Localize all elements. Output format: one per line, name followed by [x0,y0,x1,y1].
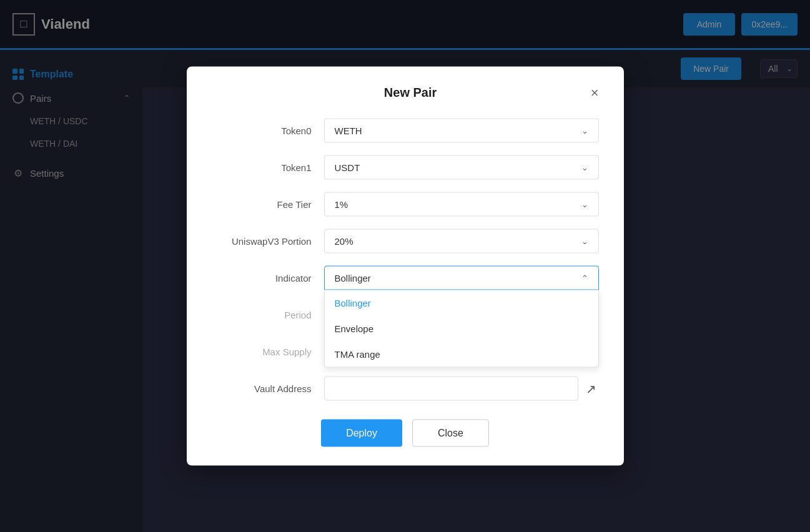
vault-address-row: Vault Address ↗ [212,377,599,401]
close-button[interactable]: Close [412,420,489,447]
modal-header: New Pair × [212,86,599,100]
fee-tier-control: 1% ⌄ [324,192,599,217]
token1-value: USDT [335,162,360,173]
indicator-value: Bollinger [335,273,371,283]
vault-row: ↗ [324,377,599,401]
vault-address-control: ↗ [324,377,599,401]
uniswap-value: 20% [335,236,353,247]
indicator-option-bollinger[interactable]: Bollinger [325,290,598,316]
modal-footer: Deploy Close [212,420,599,447]
fee-tier-select[interactable]: 1% ⌄ [324,192,599,217]
uniswap-control: 20% ⌄ [324,229,599,254]
token1-row: Token1 USDT ⌄ [212,155,599,180]
fee-tier-row: Fee Tier 1% ⌄ [212,192,599,217]
period-label: Period [212,310,324,320]
token1-chevron-icon: ⌄ [581,163,588,172]
modal-title: New Pair [230,86,591,100]
indicator-option-tma-range[interactable]: TMA range [325,342,598,367]
indicator-control: Bollinger ⌃ Bollinger Envelope TMA range [324,266,599,290]
indicator-row: Indicator Bollinger ⌃ Bollinger Envelope… [212,266,599,290]
indicator-chevron-up-icon: ⌃ [581,273,588,283]
uniswap-chevron-icon: ⌄ [581,237,588,246]
token0-label: Token0 [212,126,324,136]
indicator-option-envelope[interactable]: Envelope [325,316,598,342]
fee-tier-label: Fee Tier [212,199,324,210]
fee-tier-chevron-icon: ⌄ [581,200,588,209]
vault-address-input[interactable] [324,377,578,401]
new-pair-modal: New Pair × Token0 WETH ⌄ Token1 USDT ⌄ F… [187,67,624,466]
indicator-dropdown: Bollinger Envelope TMA range [324,290,599,368]
token0-chevron-icon: ⌄ [581,126,588,135]
token1-label: Token1 [212,162,324,173]
indicator-label: Indicator [212,273,324,283]
modal-close-button[interactable]: × [591,86,599,99]
token1-control: USDT ⌄ [324,155,599,180]
max-supply-label: Max Supply [212,347,324,357]
token1-select[interactable]: USDT ⌄ [324,155,599,180]
vault-address-label: Vault Address [212,383,324,394]
uniswap-label: UniswapV3 Portion [212,236,324,247]
token0-value: WETH [335,126,362,136]
token0-control: WETH ⌄ [324,119,599,143]
uniswap-row: UniswapV3 Portion 20% ⌄ [212,229,599,254]
token0-select[interactable]: WETH ⌄ [324,119,599,143]
fee-tier-value: 1% [335,199,348,210]
deploy-button[interactable]: Deploy [321,420,402,447]
external-link-button[interactable]: ↗ [583,378,599,398]
uniswap-select[interactable]: 20% ⌄ [324,229,599,254]
token0-row: Token0 WETH ⌄ [212,119,599,143]
indicator-select[interactable]: Bollinger ⌃ [324,266,599,290]
